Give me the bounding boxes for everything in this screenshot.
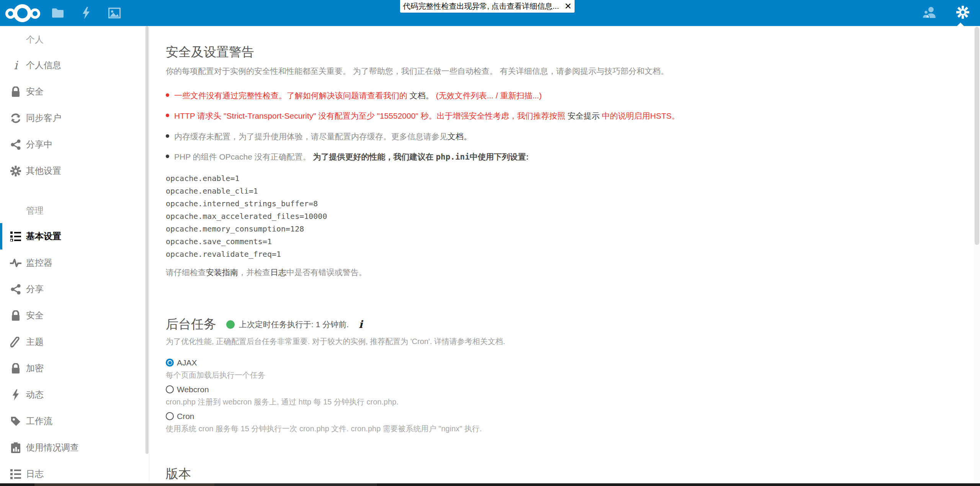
warning-hsts: HTTP 请求头 "Strict-Transport-Security" 没有配…	[166, 111, 840, 121]
app-menu	[51, 0, 121, 26]
close-icon[interactable]: ✕	[564, 2, 572, 11]
warning-memcache: 内存缓存未配置，为了提升使用体验，请尽量配置内存缓存。更多信息请参见文档。	[166, 132, 840, 142]
sidebar-heading-personal: 个人	[0, 32, 149, 47]
radio-option-webcron[interactable]: Webcron	[166, 383, 840, 396]
background-jobs-title: 后台任务	[166, 316, 216, 333]
last-cron-status: 上次定时任务执行于: 1 分钟前.	[239, 319, 349, 330]
version-section: 版本 Nextcloud13.0.5	[166, 465, 840, 486]
security-tips-link[interactable]: 安全提示	[567, 111, 599, 120]
sidebar-item-additional-settings[interactable]: 其他设置	[0, 158, 149, 184]
gallery-app-icon[interactable]	[108, 7, 121, 20]
sidebar-item-security-personal[interactable]: 安全	[0, 78, 149, 105]
lock-icon	[10, 363, 21, 374]
sidebar-item-personal-info[interactable]: i 个人信息	[0, 52, 149, 78]
lightning-icon	[82, 7, 90, 19]
sidebar-item-activity[interactable]: 动态	[0, 382, 149, 408]
activity-app-icon[interactable]	[80, 7, 93, 20]
log-link[interactable]: 日志	[270, 268, 286, 277]
sidebar-item-shared[interactable]: 分享中	[0, 131, 149, 158]
share-icon	[10, 284, 21, 295]
sidebar-item-theming[interactable]: 主题	[0, 329, 149, 355]
contacts-menu-icon[interactable]	[923, 7, 936, 20]
sidebar-heading-admin: 管理	[0, 203, 149, 218]
sidebar-item-basic-settings[interactable]: 基本设置	[0, 223, 149, 250]
logo-circle-center	[13, 4, 31, 22]
background-jobs-header: 后台任务 上次定时任务执行于: 1 分钟前. i	[166, 316, 840, 333]
sidebar-item-encryption[interactable]: 加密	[0, 355, 149, 382]
code-line: opcache.enable_cli=1	[166, 185, 840, 197]
folder-icon	[52, 8, 64, 18]
settings-sidebar: 个人 i 个人信息 安全 同步客户 分享中 其他设置	[0, 26, 149, 486]
sidebar-item-usage-survey[interactable]: 使用情况调查	[0, 434, 149, 461]
status-ok-dot	[226, 320, 235, 329]
integrity-actions[interactable]: (无效文件列表... / 重新扫描...)	[436, 91, 542, 100]
lock-icon	[10, 310, 21, 321]
php-ini-code: php.ini	[436, 152, 470, 161]
logo-circle-right	[30, 8, 40, 19]
cron-options-group: AJAX 每个页面加载后执行一个任务 Webcron cron.php 注册到 …	[166, 356, 840, 434]
code-line: opcache.save_comments=1	[166, 235, 840, 248]
radio-unchecked-icon[interactable]	[166, 385, 174, 393]
lightning-icon	[10, 389, 21, 401]
brush-icon	[10, 336, 21, 348]
files-app-icon[interactable]	[51, 7, 64, 20]
code-line: opcache.revalidate_freq=1	[166, 248, 840, 261]
info-icon: i	[10, 60, 21, 71]
sidebar-item-workflow[interactable]: 工作流	[0, 408, 149, 434]
sidebar-item-logging[interactable]: 日志	[0, 461, 149, 486]
survey-icon	[10, 442, 21, 453]
log-icon	[10, 468, 21, 480]
tag-icon	[10, 416, 21, 427]
settings-menu-pointer	[957, 23, 964, 26]
bottom-edge-segment	[214, 483, 377, 486]
check-note: 请仔细检查安装指南，并检查日志中是否有错误或警告。	[166, 267, 840, 278]
radio-webcron-description: cron.php 注册到 webcron 服务上, 通过 http 每 15 分…	[166, 397, 840, 407]
memcache-docs-link[interactable]: 文档。	[448, 132, 472, 141]
bottom-window-edge	[0, 483, 980, 486]
warnings-list: 一些文件没有通过完整性检查。了解如何解决该问题请查看我们的 文档。 (无效文件列…	[166, 91, 840, 162]
list-icon	[10, 231, 21, 242]
page-scrollbar[interactable]	[974, 26, 980, 484]
lock-icon	[10, 86, 21, 98]
radio-option-ajax[interactable]: AJAX	[166, 356, 840, 369]
nextcloud-logo[interactable]	[5, 4, 45, 22]
integrity-warning-banner[interactable]: 代码完整性检查出现异常, 点击查看详细信息... ✕	[400, 0, 575, 13]
monitor-icon	[10, 257, 21, 269]
radio-unchecked-icon[interactable]	[166, 412, 174, 420]
banner-text: 代码完整性检查出现异常, 点击查看详细信息...	[403, 1, 559, 11]
radio-option-cron[interactable]: Cron	[166, 410, 840, 422]
sync-icon	[10, 113, 21, 124]
code-line: opcache.max_accelerated_files=10000	[166, 210, 840, 223]
image-icon	[108, 8, 121, 18]
code-line: opcache.memory_consumption=128	[166, 223, 840, 235]
opcache-settings-code: opcache.enable=1 opcache.enable_cli=1 op…	[166, 172, 840, 261]
info-icon[interactable]: i	[359, 318, 363, 330]
background-jobs-intro: 为了优化性能, 正确配置后台任务非常重要. 对于较大的实例, 推荐配置为 'Cr…	[166, 336, 840, 347]
security-intro: 你的每项配置对于实例的安全性和性能都至关重要。 为了帮助您，我们正在做一些自动检…	[166, 66, 840, 77]
sidebar-scrollbar-thumb[interactable]	[145, 26, 149, 454]
integrity-docs-link[interactable]: 文档。	[410, 91, 434, 100]
settings-menu-icon[interactable]	[956, 6, 969, 20]
code-line: opcache.interned_strings_buffer=8	[166, 197, 840, 210]
install-guide-link[interactable]: 安装指南	[206, 268, 238, 277]
warning-integrity: 一些文件没有通过完整性检查。了解如何解决该问题请查看我们的 文档。 (无效文件列…	[166, 91, 840, 101]
radio-ajax-description: 每个页面加载后执行一个任务	[166, 370, 840, 380]
main-content: 安全及设置警告 你的每项配置对于实例的安全性和性能都至关重要。 为了帮助您，我们…	[166, 26, 840, 486]
background-jobs-section: 后台任务 上次定时任务执行于: 1 分钟前. i 为了优化性能, 正确配置后台任…	[166, 316, 840, 434]
sidebar-item-monitoring[interactable]: 监控器	[0, 250, 149, 276]
top-navigation-bar: 代码完整性检查出现异常, 点击查看详细信息... ✕	[0, 0, 980, 26]
radio-cron-description: 使用系统 cron 服务每 15 分钟执行一次 cron.php 文件. cro…	[166, 424, 840, 434]
page-scrollbar-thumb[interactable]	[975, 27, 979, 245]
warning-opcache: PHP 的组件 OPcache 没有正确配置。 为了提供更好的性能，我们建议在 …	[166, 152, 840, 162]
topbar-right-icons	[923, 0, 969, 26]
sidebar-item-sharing[interactable]: 分享	[0, 276, 149, 302]
page-title: 安全及设置警告	[166, 44, 840, 61]
gear-icon	[956, 6, 969, 19]
nextcloud-admin-page: 代码完整性检查出现异常, 点击查看详细信息... ✕	[0, 0, 980, 486]
sidebar-item-sync-clients[interactable]: 同步客户	[0, 105, 149, 131]
sidebar-item-security-admin[interactable]: 安全	[0, 302, 149, 329]
version-title: 版本	[166, 465, 840, 483]
radio-checked-icon[interactable]	[166, 359, 174, 367]
contacts-person-icon	[923, 7, 936, 18]
security-warnings-section: 安全及设置警告 你的每项配置对于实例的安全性和性能都至关重要。 为了帮助您，我们…	[166, 26, 840, 278]
